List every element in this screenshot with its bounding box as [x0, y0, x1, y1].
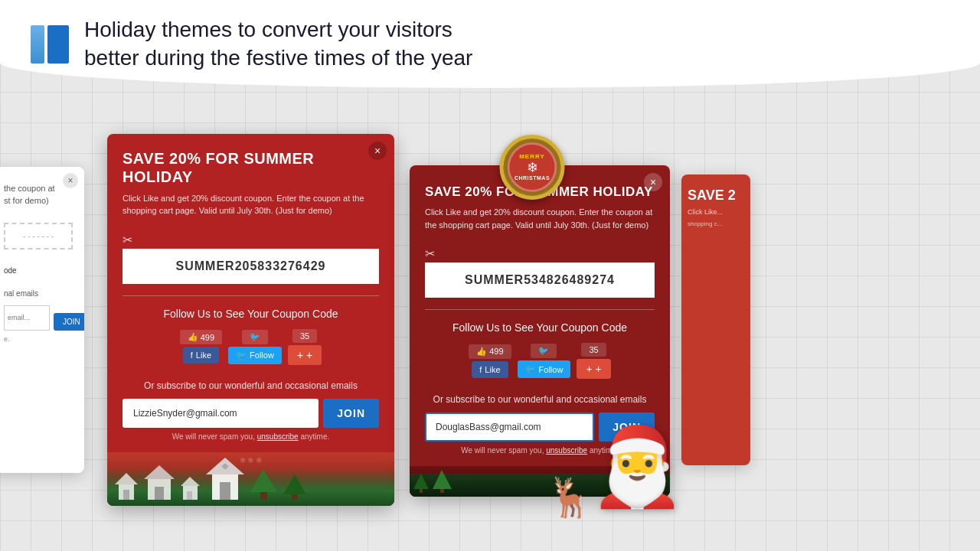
panel1-email-input[interactable]: [122, 399, 318, 428]
panel2-coupon-code: SUMMER534826489274: [465, 273, 615, 286]
panel1-fb-count: 👍499: [180, 330, 222, 344]
svg-marker-18: [413, 474, 429, 489]
panel1-coupon-code: SUMMER205833276429: [176, 259, 326, 272]
panel1-subscribe-title: Or subscribe to our wonderful and occasi…: [122, 380, 379, 391]
panel1-gplus-count: 35: [292, 329, 317, 343]
svg-marker-20: [433, 470, 452, 489]
panel1-subtitle: Click Like and get 20% discount coupon. …: [122, 192, 379, 217]
panel1-social-section: Follow Us to See Your Coupon Code 👍499 f…: [107, 296, 394, 377]
scissors-icon-2: ✂: [425, 246, 655, 261]
panel2-tw-count: 🐦: [531, 344, 557, 358]
badge-merry-text: MERRY: [519, 153, 545, 160]
svg-rect-15: [260, 492, 267, 500]
header-title: Holiday themes to convert your visitors …: [84, 16, 472, 72]
left-partial-text1: the coupon at: [4, 182, 73, 195]
panel2-subtitle: Click Like and get 20% discount coupon. …: [425, 206, 655, 231]
left-code-label: ode: [4, 265, 73, 276]
svg-rect-19: [420, 489, 423, 493]
panel2-fb-like-button[interactable]: f Like: [472, 361, 508, 378]
tree2-icon: [283, 473, 306, 500]
close-button-panel2[interactable]: ×: [644, 173, 662, 191]
panel1-title: SAVE 20% FOR SUMMER HOLIDAY: [122, 149, 379, 186]
panel2-fb-count: 👍499: [469, 344, 511, 359]
svg-rect-11: [220, 482, 230, 500]
house3-icon: [181, 477, 200, 500]
christmas-badge: MERRY ❄ CHRISTMAS: [500, 135, 565, 200]
panel-christmas-wrapper: MERRY ❄ CHRISTMAS × SAVE 20% FOR SUMMER …: [394, 165, 670, 497]
left-coupon-placeholder: - - - - - - -: [23, 232, 54, 240]
svg-rect-17: [292, 494, 298, 500]
fb-icon-2: f: [479, 365, 482, 374]
header-line1: Holiday themes to convert your visitors: [84, 18, 452, 41]
svg-rect-2: [123, 490, 129, 500]
left-email-input[interactable]: [4, 305, 50, 331]
panel1-gplus-button[interactable]: ++: [288, 345, 322, 365]
panel1-village-footer: ❄ ❄ ❄: [107, 452, 394, 506]
panel1-coupon-area: ✂ SUMMER205833276429: [107, 229, 394, 295]
panels-container: × the coupon at st for demo) - - - - - -…: [0, 134, 980, 506]
badge-snowflake-icon: ❄: [527, 161, 538, 174]
panel1-gplus-label: +: [297, 349, 303, 361]
panel1-subscribe-form: JOIN: [122, 399, 379, 428]
village-houses: [115, 458, 306, 500]
panel2-gplus-count: 35: [581, 343, 606, 357]
panel1-tw-count: 🐦: [242, 330, 268, 344]
panel1-join-button[interactable]: JOIN: [323, 399, 379, 428]
panel1-snow: ❄ ❄ ❄: [240, 456, 263, 465]
left-spam-text: e.: [4, 334, 73, 345]
left-join-button[interactable]: JOIN: [54, 313, 84, 331]
left-coupon-box: - - - - - - -: [4, 223, 73, 249]
panel1-social-title: Follow Us to See Your Coupon Code: [122, 308, 379, 320]
panel1-tw-follow-button[interactable]: 🐦 Follow: [228, 347, 282, 364]
panel1-spam-notice: We will never spam you, unsubscribe anyt…: [122, 432, 379, 441]
panel1-fb-btn: 👍499 f Like: [180, 330, 222, 364]
panel1-fb-label: Like: [196, 350, 211, 360]
panel-right-partial: SAVE 2 Click Like... shopping c...: [681, 174, 750, 465]
svg-marker-6: [181, 477, 200, 486]
badge-inner: MERRY ❄ CHRISTMAS: [508, 142, 557, 192]
fb-icon-1: f: [191, 350, 193, 360]
main-content: × the coupon at st for demo) - - - - - -…: [0, 88, 980, 551]
left-partial-text2: st for demo): [4, 194, 73, 207]
close-button-left[interactable]: ×: [63, 173, 78, 188]
panel2-social-title: Follow Us to See Your Coupon Code: [425, 321, 655, 334]
svg-rect-5: [155, 487, 164, 500]
logo-icon: [31, 25, 69, 64]
svg-marker-3: [144, 465, 175, 479]
left-email-label: nal emails: [4, 288, 73, 299]
badge-christmas-text: CHRISTMAS: [514, 175, 550, 181]
panel1-fb-like-button[interactable]: f Like: [183, 347, 219, 364]
header: Holiday themes to convert your visitors …: [0, 0, 980, 88]
right-partial-shopping: shopping c...: [688, 220, 744, 227]
right-partial-content: SAVE 2 Click Like... shopping c...: [681, 174, 750, 237]
santa-decoration: 🎅: [532, 367, 685, 504]
panel1-social-buttons: 👍499 f Like 🐦 🐦 Follow: [122, 329, 379, 365]
panel1-unsubscribe-link[interactable]: unsubscribe: [257, 432, 299, 441]
right-partial-subtitle: Click Like...: [688, 207, 744, 217]
svg-marker-14: [250, 469, 277, 492]
panel2-fb-btn: 👍499 f Like: [469, 344, 511, 378]
panel2-coupon-box: SUMMER534826489274: [425, 262, 655, 298]
header-line2: better during the festive times of the y…: [84, 46, 472, 70]
panel1-gplus-btn: 35 ++: [288, 329, 322, 365]
logo-bar2: [47, 25, 69, 64]
svg-rect-21: [440, 489, 444, 493]
tree1-icon: [250, 469, 277, 500]
scissors-icon-1: ✂: [122, 233, 379, 247]
house2-icon: [144, 465, 175, 500]
panel1-tw-btn: 🐦 🐦 Follow: [228, 330, 282, 364]
panel-summer-1: × SAVE 20% FOR SUMMER HOLIDAY Click Like…: [107, 134, 394, 506]
panel2-tree1-icon: [413, 474, 429, 493]
panel1-header: SAVE 20% FOR SUMMER HOLIDAY Click Like a…: [107, 134, 394, 229]
panel2-coupon-area: ✂ SUMMER534826489274: [410, 243, 670, 309]
panel2-trees: [413, 470, 452, 493]
house1-icon: [115, 473, 138, 500]
panel2-fb-label: Like: [485, 365, 500, 374]
panel-left-partial: × the coupon at st for demo) - - - - - -…: [0, 167, 84, 473]
church-icon: [206, 458, 244, 500]
svg-marker-16: [283, 474, 306, 494]
logo-bar1: [31, 25, 44, 64]
close-button-panel1[interactable]: ×: [368, 142, 387, 160]
svg-rect-13: [224, 464, 227, 469]
santa-icon: 🎅: [590, 428, 685, 504]
